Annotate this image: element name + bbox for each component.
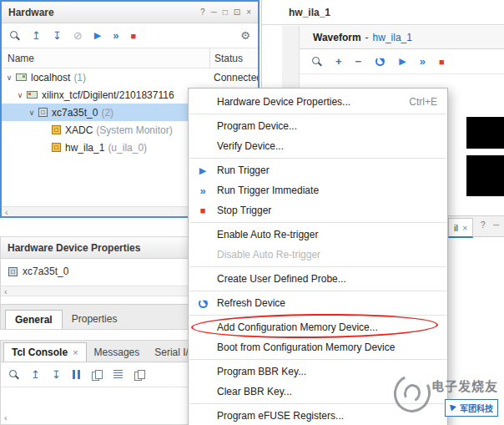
chevron-down-icon[interactable]: ∨	[4, 73, 14, 82]
scroll-left-icon[interactable]: ‹	[4, 286, 8, 296]
menu-item-run-trigger-immediate[interactable]: » Run Trigger Immediate	[189, 180, 447, 200]
refresh-icon	[195, 298, 210, 309]
menu-separator	[189, 114, 446, 114]
tab-label: Tcl Console	[12, 343, 68, 362]
stop-trigger-icon[interactable]: ■	[130, 31, 136, 41]
settings-gear-icon[interactable]: ⚙	[240, 29, 250, 42]
scroll-left-icon[interactable]: ‹	[4, 412, 8, 422]
collapse-all-icon[interactable]: ↥	[32, 29, 41, 42]
menu-item-disable-auto-retrigger: Disable Auto Re-trigger	[189, 245, 447, 265]
vivado-hardware-manager: Hardware ? ─ □ ⊡ × ↥ ↧ ⊘ ▶ » ■ ⚙ Name St…	[0, 0, 504, 425]
refresh-icon[interactable]	[375, 56, 386, 67]
close-icon[interactable]: ×	[246, 8, 251, 17]
waveform-target-link[interactable]: hw_ila_1	[373, 32, 412, 43]
chevron-down-icon[interactable]: ∨	[15, 91, 25, 99]
hardware-panel-titlebar: Hardware ? ─ □ ⊡ ×	[2, 2, 258, 23]
menu-item-program-device[interactable]: Program Device...	[189, 116, 447, 136]
run-trigger-immediate-icon[interactable]: »	[113, 29, 118, 42]
fpga-chip-icon	[38, 108, 48, 117]
zoom-out-icon[interactable]: −	[355, 55, 362, 68]
scroll-left-icon[interactable]: ‹	[5, 207, 8, 217]
tab-properties[interactable]: Properties	[63, 310, 127, 329]
waveform-display[interactable]	[466, 117, 504, 149]
search-icon[interactable]	[8, 369, 19, 380]
collapse-all-icon[interactable]: ↥	[31, 368, 40, 381]
menu-separator	[189, 291, 446, 291]
menu-item-enable-auto-retrigger[interactable]: Enable Auto Re-trigger	[189, 225, 447, 245]
search-icon[interactable]	[9, 30, 20, 41]
zoom-in-icon[interactable]: +	[335, 55, 342, 68]
localhost-icon	[16, 73, 27, 81]
watermark-badge-icon	[450, 405, 456, 412]
waveform-header: Waveform - hw_ila_1	[300, 26, 504, 49]
maximize-icon[interactable]: ⊡	[234, 8, 240, 17]
menu-item-verify-device[interactable]: Verify Device...	[189, 136, 447, 156]
close-icon[interactable]: ×	[73, 343, 78, 362]
tab-tcl-console[interactable]: Tcl Console ×	[3, 342, 87, 362]
menu-item-label: Boot from Configuration Memory Device	[217, 342, 395, 353]
chevron-down-icon[interactable]: ∨	[27, 109, 37, 117]
stop-trigger-icon[interactable]: ■	[439, 57, 445, 67]
menu-item-run-trigger[interactable]: ▶ Run Trigger	[189, 160, 447, 180]
menu-item-boot-from-configuration-memory-device[interactable]: Boot from Configuration Memory Device	[189, 337, 447, 357]
minimize-icon[interactable]: ─	[211, 8, 217, 17]
menu-item-label: Run Trigger Immediate	[217, 185, 319, 196]
float-icon[interactable]: □	[223, 8, 228, 17]
hardware-panel-title: Hardware	[8, 7, 54, 18]
tab-general[interactable]: General	[5, 310, 63, 329]
menu-item-label: Stop Trigger	[217, 205, 271, 216]
tab-messages[interactable]: Messages	[87, 342, 148, 362]
core-chip-icon	[52, 125, 61, 134]
menu-item-refresh-device[interactable]: Refresh Device	[189, 293, 447, 313]
status-value: Connected	[214, 72, 258, 83]
expand-all-icon[interactable]: ↧	[53, 29, 62, 42]
close-icon[interactable]: ×	[462, 223, 467, 233]
menu-item-label: Add Configuration Memory Device...	[217, 321, 378, 333]
hardware-toolbar: ↥ ↧ ⊘ ▶ » ■ ⚙	[2, 23, 258, 48]
pause-icon[interactable]	[73, 370, 80, 379]
copy-icon[interactable]	[92, 370, 102, 380]
duplicate-icon[interactable]	[134, 370, 144, 380]
menu-item-add-configuration-memory-device[interactable]: Add Configuration Memory Device...	[189, 317, 447, 337]
tree-label: localhost	[31, 72, 70, 83]
tab-label: il	[454, 223, 458, 233]
menu-item-stop-trigger[interactable]: ■ Stop Trigger	[189, 200, 447, 220]
help-icon[interactable]: ?	[481, 220, 486, 230]
column-name[interactable]: Name	[8, 53, 34, 64]
run-trigger-immediate-icon[interactable]: »	[420, 55, 426, 68]
device-name: xc7a35t_0	[23, 266, 68, 277]
stop-trigger-icon: ■	[195, 205, 210, 215]
menu-separator	[189, 222, 446, 223]
menu-shortcut: Ctrl+E	[409, 96, 437, 108]
menu-item-label: Enable Auto Re-trigger	[217, 229, 318, 240]
minimize-icon[interactable]: ─	[493, 220, 499, 230]
tree-label-suffix: (1)	[73, 72, 86, 83]
toggle-lines-icon[interactable]	[113, 370, 123, 379]
expand-all-icon[interactable]: ↧	[52, 368, 61, 381]
menu-item-label: Program Device...	[217, 120, 297, 132]
menu-separator	[189, 158, 446, 159]
fpga-chip-icon	[8, 267, 18, 276]
device-properties-title: Hardware Device Properties	[8, 242, 140, 254]
tree-header: Name Status	[2, 48, 258, 68]
waveform-display[interactable]	[466, 155, 504, 196]
column-status[interactable]: Status	[209, 48, 257, 68]
menu-item-hardware-device-properties[interactable]: Hardware Device Properties... Ctrl+E	[189, 92, 447, 112]
tab-truncated[interactable]: il ×	[448, 218, 473, 238]
watermark-badge: 军团科技	[445, 399, 498, 417]
run-trigger-icon[interactable]: ▶	[399, 56, 406, 67]
ila-window-title: hw_ila_1	[262, 0, 504, 25]
help-icon[interactable]: ?	[200, 8, 205, 17]
run-trigger-icon[interactable]: ▶	[94, 30, 101, 41]
menu-item-label: Program BBR Key...	[217, 366, 306, 377]
menu-item-create-user-defined-probe[interactable]: Create User Defined Probe...	[189, 269, 447, 289]
waveform-title: Waveform	[313, 32, 361, 43]
target-icon	[27, 91, 38, 99]
tree-row-localhost[interactable]: ∨ localhost (1) Connected	[2, 68, 258, 86]
menu-separator	[189, 266, 446, 267]
menu-item-label: Run Trigger	[217, 164, 270, 176]
menu-item-label: Refresh Device	[217, 297, 285, 309]
search-icon[interactable]	[311, 56, 322, 67]
tree-label-suffix: (u_ila_0)	[108, 142, 147, 154]
disconnect-icon[interactable]: ⊘	[73, 29, 83, 42]
